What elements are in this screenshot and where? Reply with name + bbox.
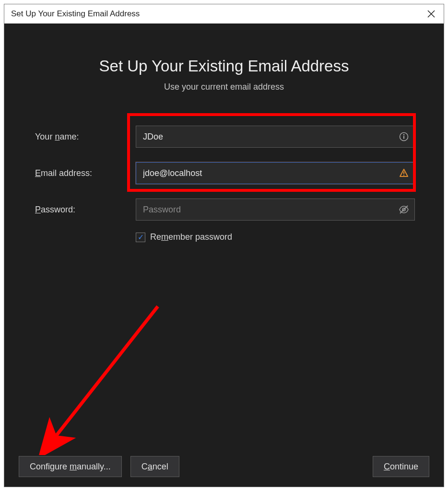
svg-rect-5: [403, 172, 404, 174]
password-label: Password:: [35, 205, 136, 215]
dialog-subheading: Use your current email address: [33, 82, 415, 92]
dialog-heading: Set Up Your Existing Email Address: [33, 57, 415, 75]
email-row: Email address:: [35, 162, 415, 184]
warning-icon: [399, 168, 409, 178]
password-row: Password:: [35, 199, 415, 221]
titlebar: Set Up Your Existing Email Address: [4, 4, 444, 23]
annotation-arrow: [33, 297, 167, 455]
svg-rect-6: [403, 175, 404, 176]
close-icon: [427, 10, 435, 18]
remember-checkbox[interactable]: ✓: [136, 233, 145, 242]
dialog-content: Set Up Your Existing Email Address Use y…: [4, 23, 444, 487]
password-input[interactable]: [136, 199, 415, 221]
svg-line-9: [52, 306, 158, 441]
email-input[interactable]: [136, 162, 415, 184]
close-button[interactable]: [424, 7, 438, 21]
name-row: Your name:: [35, 126, 415, 148]
cancel-button[interactable]: Cancel: [130, 456, 179, 477]
check-icon: ✓: [138, 234, 144, 241]
name-input[interactable]: [136, 126, 415, 148]
svg-rect-4: [403, 136, 404, 139]
dialog-window: Set Up Your Existing Email Address Set U…: [4, 4, 444, 487]
eye-off-icon[interactable]: [399, 204, 409, 215]
email-label: Email address:: [35, 168, 136, 178]
window-title: Set Up Your Existing Email Address: [11, 9, 140, 19]
email-form: Your name: Email address:: [35, 126, 415, 242]
name-label: Your name:: [35, 132, 136, 142]
continue-button[interactable]: Continue: [373, 456, 429, 477]
remember-label: Remember password: [150, 232, 232, 242]
remember-row: ✓ Remember password: [136, 232, 415, 242]
dialog-footer: Configure manually... Cancel Continue: [19, 456, 429, 477]
info-icon[interactable]: [399, 131, 409, 142]
svg-point-3: [403, 134, 405, 136]
configure-manually-button[interactable]: Configure manually...: [19, 456, 122, 477]
